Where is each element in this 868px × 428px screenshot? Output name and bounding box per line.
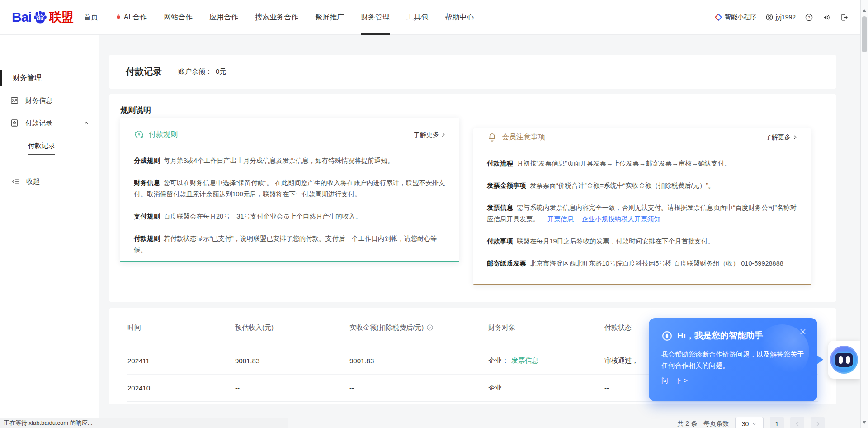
note-item: 付款流程月初按“发票信息”页面开具发票→上传发票→邮寄发票→审核→确认支付。 [487, 158, 797, 169]
payment-rules-panel: ¥ 付款规则 了解更多 分成规则每月第3或4个工作日产出上月分成信息及发票信息，… [120, 118, 459, 262]
status-text: 正在等待 xlab.baidu.com 的响应... [4, 419, 93, 427]
page-number-button[interactable]: 1 [770, 417, 784, 428]
scroll-down-arrow-icon[interactable] [863, 421, 866, 424]
mini-program-icon [714, 13, 722, 21]
note-item: 发票信息需与系统内发票信息内容完全一致，否则无法支付。请根据发票信息页面中“百度… [487, 202, 797, 225]
invoice-info-link[interactable]: 开票信息 [547, 215, 574, 223]
sound-icon[interactable] [822, 13, 831, 22]
nav-item-finance[interactable]: 财务管理 [361, 0, 390, 35]
page-title: 付款记录 [126, 66, 162, 78]
nav-item-screen-promo[interactable]: 聚屏推广 [315, 0, 344, 35]
payment-rules-icon: ¥ [134, 129, 144, 140]
payment-rules-more-link[interactable]: 了解更多 [414, 131, 446, 139]
note-item-label: 发票信息 [487, 204, 513, 211]
rules-card: 规则说明 ¥ 付款规则 了解更多 分成规则每月第3或4个工作日产出上月分成信息及… [109, 94, 836, 302]
prev-page-button[interactable] [790, 417, 804, 428]
rule-item-label: 支付规则 [134, 213, 160, 220]
cell-entity: 企业： 发票信息 [488, 357, 604, 365]
per-page-label: 每页条数 [703, 420, 729, 428]
next-page-button[interactable] [811, 417, 825, 428]
baidu-union-logo[interactable]: Bai du 联盟 [12, 9, 74, 25]
member-notes-icon [487, 132, 497, 143]
vertical-scrollbar[interactable] [860, 0, 868, 428]
rule-item: 分成规则每月第3或4个工作日产出上月分成信息及发票信息，如有特殊情况将提前通知。 [134, 155, 446, 166]
nav-item-search-biz[interactable]: 搜索业务合作 [255, 0, 298, 35]
assistant-message: 我会帮助您诊断合作链路问题，以及解答您关于任何合作相关的问题。 [649, 342, 817, 371]
sidebar: 财务管理 财务信息 付款记录 付款记录 收起 [0, 35, 99, 428]
chevron-right-icon [441, 132, 446, 137]
assistant-ask-link[interactable]: 问一下 > [649, 371, 817, 385]
nav-right-tools: 智能小程序 jyj1992 ? [714, 13, 849, 22]
invoice-info-table-link[interactable]: 发票信息 [511, 357, 538, 365]
chevron-right-icon [793, 135, 797, 140]
svg-text:¥: ¥ [137, 132, 141, 137]
mini-program-entry[interactable]: 智能小程序 [714, 13, 756, 21]
rule-item-label: 分成规则 [134, 157, 160, 164]
logo-text-union: 联盟 [49, 9, 74, 25]
chevron-up-icon[interactable] [83, 120, 90, 126]
rule-item: 财务信息您可以在财务信息中选择“保留付款”。 在此期间您产生的收入将在账户内进行… [134, 177, 446, 200]
nav-menu: 首页 AI 合作 网站合作 应用合作 搜索业务合作 聚屏推广 财务管理 工具包 … [84, 0, 474, 35]
cell-time: 202410 [127, 384, 235, 392]
account-balance: 账户余额：0元 [178, 67, 226, 76]
note-item-text: 联盟在每月19日之后签收的发票，付款时间安排在下个月首批支付。 [517, 238, 714, 245]
logout-icon[interactable] [840, 13, 849, 22]
compass-icon [661, 330, 673, 342]
help-circle-icon[interactable]: ? [426, 324, 434, 331]
user-icon [765, 13, 774, 21]
scrollbar-thumb[interactable] [862, 16, 867, 52]
sidebar-collapse-button[interactable]: 收起 [0, 170, 99, 193]
rules-section-title: 规则说明 [120, 106, 836, 115]
help-icon[interactable]: ? [805, 13, 813, 22]
total-count: 共 2 条 [677, 420, 697, 428]
page-header-card: 付款记录 账户余额：0元 [109, 55, 836, 89]
note-item: 发票金额事项发票票面“价税合计”金额=系统中“实收金额（扣除税费后/元）”。 [487, 180, 797, 191]
rule-item-text: 百度联盟会在每月20号—31号支付企业会员上个自然月产生的收入。 [164, 213, 362, 220]
user-account[interactable]: jyj1992 [765, 13, 796, 21]
column-header-entity: 财务对象 [488, 323, 604, 332]
scroll-up-arrow-icon[interactable] [863, 9, 866, 12]
sidebar-subitem-payment-records[interactable]: 付款记录 [0, 134, 99, 157]
column-header-estimated: 预估收入(元) [235, 323, 349, 332]
baidu-paw-icon: du [32, 9, 48, 25]
assistant-popup: Hi，我是您的智能助手 我会帮助您诊断合作链路问题，以及解答您关于任何合作相关的… [649, 318, 817, 401]
note-item-text: 月初按“发票信息”页面开具发票→上传发票→邮寄发票→审核→确认支付。 [517, 160, 731, 167]
nav-item-home[interactable]: 首页 [84, 0, 98, 35]
rule-item-label: 付款规则 [134, 235, 160, 242]
member-notes-more-link[interactable]: 了解更多 [765, 133, 797, 142]
sidebar-item-finance-info[interactable]: 财务信息 [0, 89, 99, 112]
note-item-label: 付款事项 [487, 238, 513, 245]
note-item-text: 北京市海淀区西北旺东路10号院百度科技园5号楼 百度联盟财务组（收） 010-5… [530, 260, 783, 267]
cell-time: 202411 [127, 357, 235, 365]
close-icon[interactable] [799, 328, 807, 335]
nav-item-ai[interactable]: AI 合作 [115, 0, 147, 35]
nav-item-app[interactable]: 应用合作 [209, 0, 238, 35]
nav-item-help-center[interactable]: 帮助中心 [445, 0, 474, 35]
small-taxpayer-guide-link[interactable]: 企业小规模纳税人开票须知 [582, 215, 660, 223]
assistant-dock [828, 341, 860, 379]
assistant-robot-button[interactable] [830, 346, 858, 374]
payment-rules-title: 付款规则 [149, 130, 178, 139]
note-item: 邮寄纸质发票北京市海淀区西北旺东路10号院百度科技园5号楼 百度联盟财务组（收）… [487, 258, 797, 269]
member-notes-panel: 会员注意事项 了解更多 付款流程月初按“发票信息”页面开具发票→上传发票→邮寄发… [473, 128, 811, 285]
cell-received: 9001.83 [349, 357, 488, 365]
select-caret-icon [752, 421, 757, 426]
balance-label: 账户余额： [178, 67, 212, 75]
nav-item-toolkit[interactable]: 工具包 [406, 0, 428, 35]
cell-entity: 企业 [488, 384, 604, 392]
sidebar-item-payment-records[interactable]: 付款记录 [0, 112, 99, 134]
note-item-label: 发票金额事项 [487, 182, 526, 189]
rule-item: 支付规则百度联盟会在每月20号—31号支付企业会员上个自然月产生的收入。 [134, 211, 446, 222]
browser-status-bar: 正在等待 xlab.baidu.com 的响应... [0, 418, 288, 428]
rule-item-text: 每月第3或4个工作日产出上月分成信息及发票信息，如有特殊情况将提前通知。 [164, 157, 394, 164]
assistant-title: Hi，我是您的智能助手 [677, 330, 763, 342]
svg-text:?: ? [429, 326, 431, 330]
note-item-label: 邮寄纸质发票 [487, 260, 526, 267]
cell-estimated: -- [235, 384, 349, 392]
rule-item-text: 您可以在财务信息中选择“保留付款”。 在此期间您产生的收入将在账户内进行累计，联… [134, 179, 445, 198]
column-header-time: 时间 [127, 323, 235, 332]
nav-item-website[interactable]: 网站合作 [164, 0, 193, 35]
note-item-text: 发票票面“价税合计”金额=系统中“实收金额（扣除税费后/元）”。 [530, 182, 715, 189]
per-page-select[interactable]: 30 [735, 417, 764, 428]
top-navigation: Bai du 联盟 首页 AI 合作 网站合作 应用合作 搜索业务合作 聚屏推广… [0, 0, 860, 35]
